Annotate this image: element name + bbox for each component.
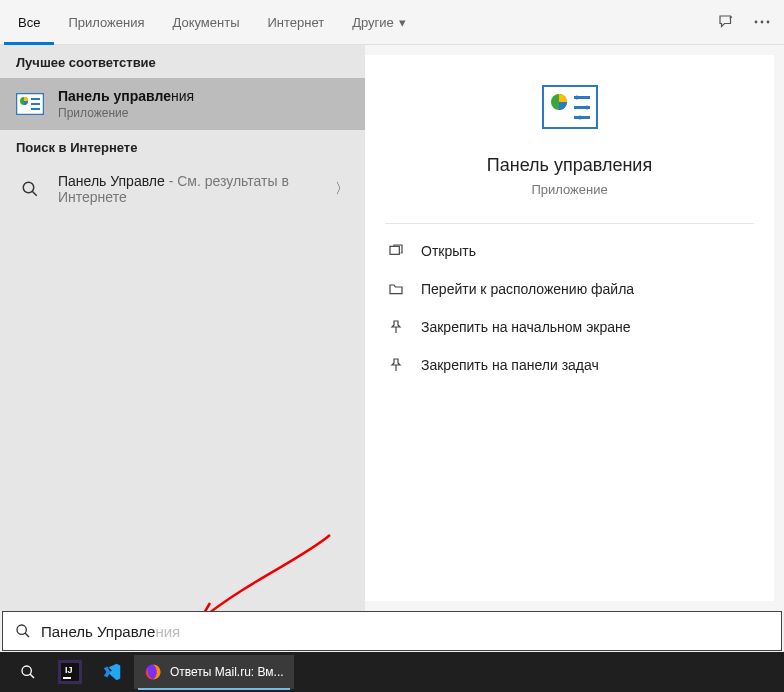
- svg-rect-5: [31, 98, 40, 100]
- search-icon: [15, 623, 31, 639]
- svg-line-23: [30, 674, 34, 678]
- action-open-label: Открыть: [421, 243, 476, 259]
- control-panel-icon: [16, 90, 44, 118]
- search-input[interactable]: [41, 623, 769, 640]
- chevron-down-icon: ▾: [399, 15, 406, 30]
- taskbar: IJ Ответы Mail.ru: Вм...: [0, 652, 784, 692]
- svg-point-2: [767, 21, 770, 24]
- control-panel-large-icon: [542, 85, 598, 129]
- search-tabs: Все Приложения Документы Интернет Другие…: [0, 0, 784, 45]
- search-results-panel: Все Приложения Документы Интернет Другие…: [0, 0, 784, 611]
- tab-apps[interactable]: Приложения: [54, 0, 158, 45]
- taskbar-search-box[interactable]: Панель Управления: [2, 611, 782, 651]
- svg-point-16: [578, 116, 582, 120]
- result-web-search[interactable]: Панель Управле - См. результаты в Интерн…: [0, 163, 365, 215]
- action-pin-start-label: Закрепить на начальном экране: [421, 319, 631, 335]
- svg-point-22: [22, 666, 31, 675]
- result-title: Панель управления: [58, 88, 349, 104]
- more-options-icon[interactable]: [744, 4, 780, 40]
- result-title-rest: ния: [171, 88, 194, 104]
- open-icon: [387, 242, 405, 260]
- svg-text:IJ: IJ: [65, 665, 73, 675]
- taskbar-window-title: Ответы Mail.ru: Вм...: [170, 665, 284, 679]
- tab-all[interactable]: Все: [4, 0, 54, 45]
- svg-point-1: [761, 21, 764, 24]
- results-list: Лучшее соответствие Панель управления Пр…: [0, 45, 365, 611]
- action-pin-start[interactable]: Закрепить на начальном экране: [365, 308, 774, 346]
- svg-rect-26: [63, 677, 71, 679]
- detail-subtitle: Приложение: [365, 182, 774, 197]
- search-icon: [16, 175, 44, 203]
- chevron-right-icon: 〉: [335, 180, 349, 198]
- web-result-text: Панель Управле - См. результаты в Интерн…: [58, 173, 321, 205]
- svg-rect-6: [31, 103, 40, 105]
- result-subtitle: Приложение: [58, 106, 349, 120]
- action-open[interactable]: Открыть: [365, 232, 774, 270]
- taskbar-app-firefox[interactable]: Ответы Mail.ru: Вм...: [134, 655, 294, 689]
- result-control-panel[interactable]: Панель управления Приложение: [0, 78, 365, 130]
- detail-title: Панель управления: [365, 155, 774, 176]
- tab-other[interactable]: Другие ▾: [338, 0, 420, 45]
- result-title-match: Панель управле: [58, 88, 171, 104]
- best-match-header: Лучшее соответствие: [0, 45, 365, 78]
- firefox-icon: [144, 663, 162, 681]
- action-pin-taskbar-label: Закрепить на панели задач: [421, 357, 599, 373]
- pin-taskbar-icon: [387, 356, 405, 374]
- svg-point-14: [585, 106, 589, 110]
- web-result-title: Панель Управле - См. результаты в Интерн…: [58, 173, 321, 205]
- pin-start-icon: [387, 318, 405, 336]
- feedback-icon[interactable]: [708, 4, 744, 40]
- action-open-location-label: Перейти к расположению файла: [421, 281, 634, 297]
- taskbar-search-button[interactable]: [8, 655, 48, 689]
- svg-point-8: [23, 182, 34, 193]
- svg-line-9: [32, 191, 37, 196]
- detail-separator: [385, 223, 754, 224]
- svg-point-0: [755, 21, 758, 24]
- svg-point-12: [575, 96, 579, 100]
- taskbar-app-vscode[interactable]: [92, 655, 132, 689]
- search-body: Лучшее соответствие Панель управления Пр…: [0, 45, 784, 611]
- svg-point-20: [17, 625, 26, 634]
- result-text: Панель управления Приложение: [58, 88, 349, 120]
- tab-other-label: Другие: [352, 15, 394, 30]
- result-detail-pane: Панель управления Приложение Открыть Пер…: [365, 55, 774, 601]
- web-result-match: Панель Управле: [58, 173, 165, 189]
- tab-web[interactable]: Интернет: [253, 0, 338, 45]
- taskbar-app-intellij[interactable]: IJ: [50, 655, 90, 689]
- folder-icon: [387, 280, 405, 298]
- web-search-header: Поиск в Интернете: [0, 130, 365, 163]
- svg-line-21: [25, 633, 29, 637]
- svg-rect-7: [31, 108, 40, 110]
- svg-rect-17: [390, 246, 399, 254]
- action-open-file-location[interactable]: Перейти к расположению файла: [365, 270, 774, 308]
- action-pin-taskbar[interactable]: Закрепить на панели задач: [365, 346, 774, 384]
- detail-icon-wrap: [365, 85, 774, 129]
- tab-documents[interactable]: Документы: [158, 0, 253, 45]
